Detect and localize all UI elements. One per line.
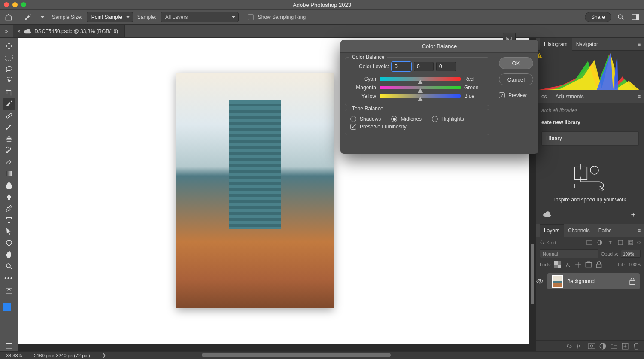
preserve-luminosity-option[interactable]: Preserve Luminosity bbox=[350, 124, 484, 130]
delete-layer-icon[interactable] bbox=[633, 343, 640, 350]
path-selection-tool[interactable] bbox=[3, 226, 15, 237]
canvas-horizontal-scrollbar[interactable] bbox=[202, 353, 532, 357]
lasso-tool[interactable] bbox=[3, 64, 15, 75]
panel-menu-icon[interactable]: ≡ bbox=[634, 228, 644, 234]
new-layer-icon[interactable] bbox=[622, 343, 629, 350]
layer-mask-icon[interactable] bbox=[588, 343, 595, 350]
edit-toolbar-icon[interactable]: ••• bbox=[4, 275, 13, 282]
sample-select[interactable]: All Layers bbox=[161, 12, 239, 22]
tabstrip-chevron-icon[interactable]: » bbox=[0, 25, 13, 37]
libraries-add-icon[interactable]: ＋ bbox=[629, 209, 637, 219]
sample-size-select[interactable]: Point Sample bbox=[87, 12, 133, 22]
preview-option[interactable]: Preview bbox=[499, 92, 533, 98]
gradient-tool[interactable] bbox=[3, 168, 15, 179]
brush-tool[interactable] bbox=[3, 122, 15, 133]
custom-shape-tool[interactable] bbox=[3, 237, 15, 249]
opacity-field[interactable]: 100% bbox=[621, 250, 641, 258]
color-level-field-3[interactable] bbox=[436, 62, 456, 71]
layer-filter-kind[interactable]: Kind bbox=[540, 240, 583, 245]
filter-smartobject-icon[interactable] bbox=[627, 239, 635, 246]
filter-adjustment-icon[interactable] bbox=[596, 239, 604, 246]
layer-style-icon[interactable]: fx bbox=[577, 343, 584, 350]
screen-mode-icon[interactable] bbox=[3, 340, 15, 351]
slider-handle[interactable] bbox=[418, 97, 423, 101]
layer-row-background[interactable]: Background bbox=[547, 273, 640, 289]
hand-tool[interactable] bbox=[3, 249, 15, 260]
layer-visibility-icon[interactable] bbox=[536, 279, 543, 284]
panel-menu-icon[interactable]: ≡ bbox=[634, 41, 644, 47]
status-docinfo[interactable]: 2160 px x 3240 px (72 ppi) bbox=[34, 353, 90, 358]
status-zoom[interactable]: 33,33% bbox=[6, 353, 22, 358]
type-tool[interactable] bbox=[3, 214, 15, 225]
blend-mode-select[interactable]: Normal bbox=[540, 249, 598, 258]
slider-handle[interactable] bbox=[418, 80, 423, 84]
filter-toggle[interactable] bbox=[637, 241, 641, 244]
crop-tool[interactable] bbox=[3, 87, 15, 98]
clone-stamp-tool[interactable] bbox=[3, 133, 15, 144]
pen-tool[interactable] bbox=[3, 203, 15, 214]
slider-track-yellow-blue[interactable] bbox=[380, 94, 461, 98]
tone-shadows-option[interactable]: Shadows bbox=[350, 116, 381, 122]
color-level-field-1[interactable] bbox=[392, 62, 411, 71]
slider-track-magenta-green[interactable] bbox=[380, 86, 461, 89]
spot-healing-tool[interactable] bbox=[3, 110, 15, 121]
slider-track-cyan-red[interactable] bbox=[380, 77, 461, 81]
dodge-tool[interactable] bbox=[3, 191, 15, 202]
panel-menu-icon[interactable]: ≡ bbox=[634, 94, 644, 100]
lock-image-icon[interactable] bbox=[565, 261, 571, 268]
search-icon[interactable] bbox=[616, 12, 626, 22]
workspace-switcher-icon[interactable] bbox=[630, 12, 641, 22]
home-button[interactable] bbox=[3, 12, 14, 22]
document-tab-close-icon[interactable]: × bbox=[17, 28, 21, 34]
create-new-library-link[interactable]: eate new library bbox=[541, 119, 580, 125]
adjustment-layer-icon[interactable] bbox=[599, 343, 606, 350]
lock-position-icon[interactable] bbox=[575, 261, 582, 268]
tone-highlights-option[interactable]: Highlights bbox=[432, 116, 464, 122]
link-layers-icon[interactable] bbox=[566, 343, 573, 350]
eyedropper-icon[interactable] bbox=[23, 12, 33, 22]
object-selection-tool[interactable] bbox=[3, 75, 15, 86]
tab-channels[interactable]: Channels bbox=[564, 224, 594, 237]
scrollbar-thumb[interactable] bbox=[202, 353, 391, 357]
tab-histogram[interactable]: Histogram bbox=[540, 38, 572, 51]
slider-handle[interactable] bbox=[418, 88, 423, 93]
lock-all-icon[interactable] bbox=[595, 261, 602, 268]
status-chevron-icon[interactable]: ❯ bbox=[102, 353, 106, 358]
layer-lock-icon[interactable] bbox=[629, 278, 635, 285]
tab-properties-partial[interactable]: es bbox=[540, 90, 551, 103]
zoom-tool[interactable] bbox=[3, 261, 15, 272]
eyedropper-tool[interactable] bbox=[3, 98, 15, 110]
tab-navigator[interactable]: Navigator bbox=[572, 38, 602, 51]
tone-midtones-option[interactable]: Midtones bbox=[391, 116, 422, 122]
document-tab[interactable]: × DSCF5450.psdc @ 33,3% (RGB/16) bbox=[13, 25, 125, 37]
filter-type-icon[interactable]: T bbox=[606, 239, 614, 246]
show-sampling-ring-checkbox[interactable] bbox=[248, 14, 254, 20]
foreground-color-swatch[interactable] bbox=[3, 303, 11, 311]
rectangular-marquee-tool[interactable] bbox=[3, 52, 15, 63]
color-swatches[interactable] bbox=[3, 300, 15, 313]
layer-thumbnail[interactable] bbox=[552, 275, 563, 288]
history-brush-tool[interactable] bbox=[3, 145, 15, 156]
cloud-sync-icon[interactable] bbox=[543, 211, 551, 217]
lock-transparent-icon[interactable] bbox=[554, 261, 561, 268]
group-icon[interactable] bbox=[611, 343, 617, 350]
filter-shape-icon[interactable] bbox=[617, 239, 624, 246]
color-level-field-2[interactable] bbox=[414, 62, 434, 71]
tool-preset-chevron-icon[interactable] bbox=[37, 12, 48, 22]
quick-mask-icon[interactable] bbox=[3, 285, 15, 296]
tab-layers[interactable]: Layers bbox=[540, 224, 564, 237]
share-button[interactable]: Share bbox=[585, 12, 611, 22]
scrollbar-thumb[interactable] bbox=[531, 244, 534, 304]
library-item[interactable]: Library bbox=[541, 131, 639, 146]
libraries-search-input[interactable]: arch all libraries bbox=[541, 107, 639, 113]
eraser-tool[interactable] bbox=[3, 156, 15, 167]
blur-tool[interactable] bbox=[3, 180, 15, 191]
ok-button[interactable]: OK bbox=[499, 57, 533, 69]
lock-nested-icon[interactable] bbox=[585, 261, 592, 268]
fill-field[interactable]: 100% bbox=[629, 262, 641, 267]
tab-paths[interactable]: Paths bbox=[594, 224, 616, 237]
cancel-button[interactable]: Cancel bbox=[499, 73, 533, 85]
tab-adjustments[interactable]: Adjustments bbox=[551, 90, 588, 103]
filter-pixel-icon[interactable] bbox=[586, 239, 593, 246]
move-tool[interactable] bbox=[3, 40, 15, 52]
